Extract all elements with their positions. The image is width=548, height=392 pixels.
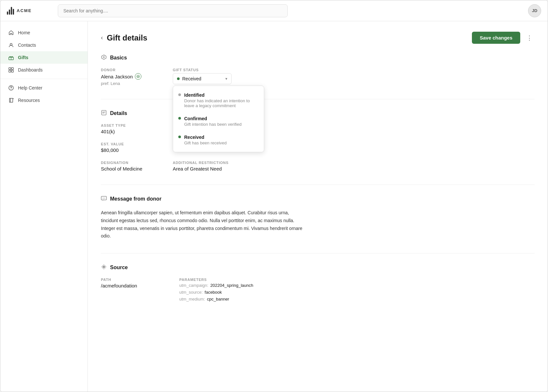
details-fields-row3: DESIGNATION School of Medicine ADDITIONA… bbox=[101, 161, 535, 172]
resources-label: Resources bbox=[18, 98, 40, 103]
logo-bar-2 bbox=[9, 9, 10, 15]
svg-point-14 bbox=[104, 198, 104, 199]
svg-rect-11 bbox=[102, 110, 106, 115]
message-text: Aenean fringilla ullamcorper sapien, ut … bbox=[101, 209, 303, 240]
message-title: Message from donor bbox=[110, 196, 161, 202]
source-section-header: Source bbox=[101, 264, 535, 271]
sidebar: Home Contacts Gifts bbox=[0, 21, 88, 392]
dropdown-option-confirmed[interactable]: Confirmed Gift intention has been verifi… bbox=[173, 112, 264, 131]
asset-type-field: ASSET TYPE 401(k) bbox=[101, 123, 160, 134]
back-button[interactable]: ‹ bbox=[101, 34, 103, 41]
logo-area: ACME bbox=[7, 7, 53, 15]
param-value-campaign: 202204_spring_launch bbox=[210, 283, 253, 288]
save-button[interactable]: Save changes bbox=[472, 32, 520, 44]
search-input[interactable] bbox=[58, 4, 288, 17]
logo-bar-3 bbox=[11, 7, 12, 15]
logo-icon bbox=[7, 7, 14, 15]
option-dot-received bbox=[178, 135, 181, 138]
details-title: Details bbox=[110, 110, 127, 116]
option-label-received: Received bbox=[184, 135, 227, 140]
home-label: Home bbox=[18, 30, 30, 35]
dashboards-label: Dashboards bbox=[18, 67, 43, 73]
page-title: Gift details bbox=[107, 33, 147, 42]
basics-fields: DONOR Alena Jackson pref: Lena bbox=[101, 68, 535, 86]
svg-rect-5 bbox=[11, 70, 13, 72]
svg-point-7 bbox=[11, 89, 11, 89]
designation-label: DESIGNATION bbox=[101, 161, 160, 165]
details-fields-row1: ASSET TYPE 401(k) AL INSTITUTION America bbox=[101, 123, 535, 134]
param-row-source: utm_source: facebook bbox=[179, 290, 253, 295]
logo-text: ACME bbox=[17, 8, 32, 13]
details-icon bbox=[101, 110, 107, 117]
dropdown-option-received[interactable]: Received Gift has been received bbox=[173, 131, 264, 149]
help-label: Help Center bbox=[18, 85, 42, 90]
svg-point-13 bbox=[103, 198, 103, 199]
param-key-source: utm_source: bbox=[179, 290, 203, 295]
gift-status-label: GIFT STATUS bbox=[173, 68, 232, 72]
sidebar-item-help[interactable]: Help Center bbox=[0, 82, 88, 94]
donor-field: DONOR Alena Jackson pref: Lena bbox=[101, 68, 160, 86]
avatar[interactable]: JD bbox=[528, 4, 541, 17]
dropdown-option-identified[interactable]: Identified Donor has indicated an intent… bbox=[173, 89, 264, 112]
path-value: /acmefoundation bbox=[101, 283, 160, 288]
svg-marker-8 bbox=[102, 55, 106, 59]
svg-point-15 bbox=[105, 198, 105, 199]
status-dot-received bbox=[177, 77, 180, 80]
option-dot-confirmed bbox=[178, 116, 181, 120]
path-label: PATH bbox=[101, 278, 160, 282]
source-title: Source bbox=[110, 265, 128, 270]
params-list: utm_campaign: 202204_spring_launch utm_s… bbox=[179, 283, 253, 302]
parameters-label: PARAMETERS bbox=[179, 278, 253, 282]
sidebar-item-contacts[interactable]: Contacts bbox=[0, 39, 88, 51]
est-value-label: EST. VALUE bbox=[101, 142, 160, 146]
help-icon bbox=[8, 85, 14, 91]
dropdown-selected-label: Received bbox=[182, 76, 223, 81]
details-section: Details ASSET TYPE 401(k) AL INSTITUTION… bbox=[101, 110, 535, 172]
details-fields-row2: EST. VALUE $80,000 bbox=[101, 142, 535, 153]
svg-point-9 bbox=[103, 57, 105, 58]
sidebar-item-dashboards[interactable]: Dashboards bbox=[0, 64, 88, 76]
param-value-medium: cpc_banner bbox=[207, 297, 229, 302]
contacts-label: Contacts bbox=[18, 42, 36, 48]
basics-section-header: Basics bbox=[101, 54, 535, 61]
dropdown-arrow-icon: ▾ bbox=[225, 76, 227, 81]
section-divider-1 bbox=[101, 99, 535, 99]
svg-rect-3 bbox=[11, 68, 13, 70]
gift-status-dropdown-menu: Identified Donor has indicated an intent… bbox=[173, 86, 264, 152]
gift-status-dropdown[interactable]: Received ▾ bbox=[173, 73, 232, 84]
option-row-received: Received Gift has been received bbox=[178, 135, 259, 145]
est-value-field: EST. VALUE $80,000 bbox=[101, 142, 160, 153]
additional-restrictions-value: Area of Greatest Need bbox=[173, 166, 232, 172]
designation-value: School of Medicine bbox=[101, 166, 160, 172]
message-section-header: Message from donor bbox=[101, 195, 535, 203]
option-dot-identified bbox=[178, 92, 181, 96]
content-area: ‹ Gift details Save changes ⋮ bbox=[88, 21, 548, 392]
est-value-value: $80,000 bbox=[101, 147, 160, 153]
donor-link-icon[interactable] bbox=[135, 73, 141, 80]
details-section-header: Details bbox=[101, 110, 535, 117]
section-divider-3 bbox=[101, 253, 535, 253]
basics-icon bbox=[101, 54, 107, 61]
home-icon bbox=[8, 30, 14, 36]
gifts-label: Gifts bbox=[18, 55, 28, 60]
message-section: Message from donor Aenean fringilla ulla… bbox=[101, 195, 535, 240]
section-divider-2 bbox=[101, 185, 535, 185]
page-header: ‹ Gift details Save changes ⋮ bbox=[101, 32, 535, 44]
option-content-identified: Identified Donor has indicated an intent… bbox=[184, 92, 259, 108]
sidebar-item-resources[interactable]: Resources bbox=[0, 94, 88, 106]
option-content-received: Received Gift has been received bbox=[184, 135, 227, 145]
search-bar[interactable] bbox=[58, 4, 288, 17]
option-label-identified: Identified bbox=[184, 92, 259, 98]
donor-name-row: Alena Jackson bbox=[101, 73, 160, 80]
option-desc-confirmed: Gift intention has been verified bbox=[184, 122, 242, 127]
donor-name: Alena Jackson bbox=[101, 74, 133, 79]
sidebar-item-gifts[interactable]: Gifts bbox=[0, 51, 88, 64]
param-key-campaign: utm_campaign: bbox=[179, 283, 208, 288]
path-field: PATH /acmefoundation bbox=[101, 278, 160, 302]
page-title-area: ‹ Gift details bbox=[101, 33, 147, 42]
more-menu-button[interactable]: ⋮ bbox=[524, 33, 535, 43]
param-value-source: facebook bbox=[205, 290, 222, 295]
sidebar-item-home[interactable]: Home bbox=[0, 26, 88, 39]
additional-restrictions-label: ADDITIONAL RESTRICTIONS bbox=[173, 161, 232, 165]
option-row-identified: Identified Donor has indicated an intent… bbox=[178, 92, 259, 108]
